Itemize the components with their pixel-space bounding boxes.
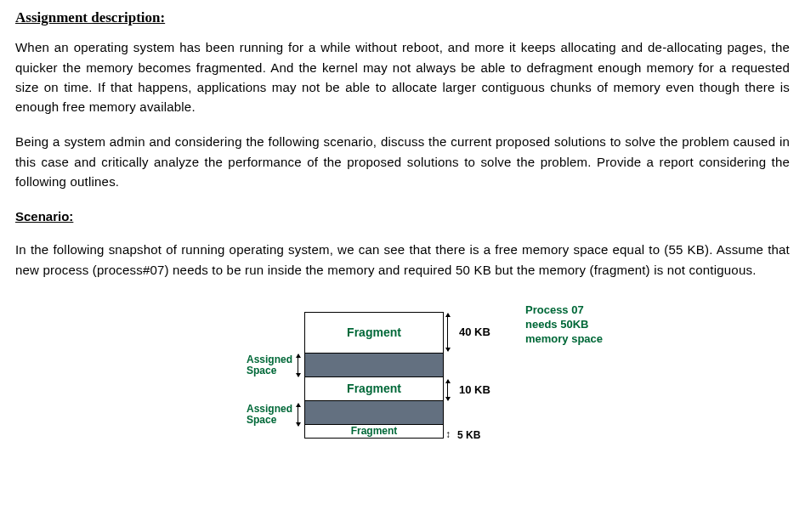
paragraph-3: In the following snapshot of running ope…	[15, 240, 790, 280]
assigned-arrow-1	[298, 354, 305, 376]
scenario-heading: Scenario:	[15, 207, 790, 226]
assigned-space-label-1: Assigned Space	[247, 354, 292, 376]
memory-column: Fragment Fragment Fragment	[304, 312, 444, 439]
paragraph-1: When an operating system has been runnin…	[15, 37, 790, 116]
assigned-arrow-2	[298, 404, 305, 426]
fragment-row-2: Fragment	[305, 377, 443, 401]
size-label-2: 10 KB	[459, 382, 490, 399]
size-label-3: 5 KB	[457, 427, 480, 444]
size-arrow-3-icon: ↕	[445, 427, 451, 443]
assigned-row-2	[305, 401, 443, 425]
assigned-space-label-2: Assigned Space	[247, 404, 292, 426]
size-label-1: 40 KB	[459, 324, 490, 341]
assigned-row-1	[305, 354, 443, 377]
fragment-row-3: Fragment	[305, 425, 443, 439]
process-07-label: Process 07 needs 50KB memory space	[525, 303, 603, 347]
memory-diagram: Fragment Fragment Fragment 40 KB 10 KB ↕…	[202, 303, 729, 482]
size-arrow-2	[447, 380, 455, 400]
size-arrow-1	[447, 314, 455, 351]
fragment-row-1: Fragment	[305, 313, 443, 354]
paragraph-2: Being a system admin and considering the…	[15, 132, 790, 191]
assignment-description-heading: Assignment description:	[15, 7, 790, 29]
